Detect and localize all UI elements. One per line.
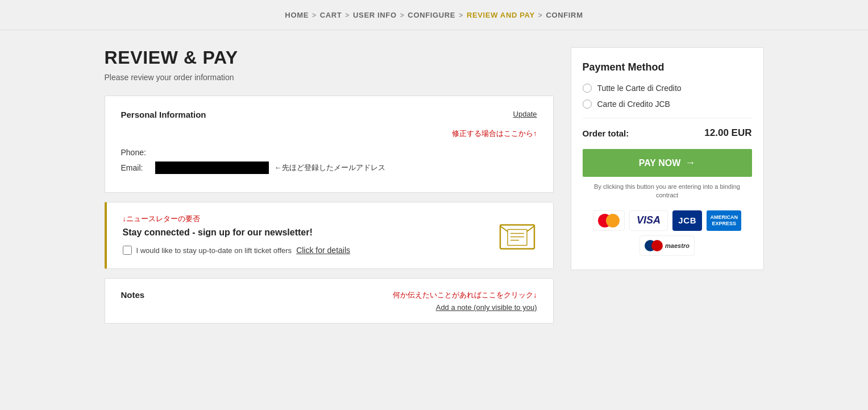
- pay-now-button[interactable]: Pay Now →: [583, 149, 752, 177]
- breadcrumb-confirm[interactable]: CONFIRM: [546, 11, 583, 19]
- breadcrumb-sep-1: >: [312, 11, 317, 19]
- breadcrumb-cart[interactable]: CART: [320, 11, 342, 19]
- payment-title: Payment Method: [583, 61, 752, 73]
- order-total-value: 12.00 EUR: [704, 127, 751, 139]
- newsletter-details-link[interactable]: Click for details: [296, 246, 350, 255]
- notes-top-note: 何か伝えたいことがあればここをクリック↓: [393, 290, 537, 300]
- newsletter-text: I would like to stay up-to-date on lift …: [136, 246, 292, 255]
- notes-card: Notes 何か伝えたいことがあればここをクリック↓ Add a note (o…: [105, 278, 554, 324]
- mc-orange-circle: [606, 214, 620, 227]
- maestro-text: maestro: [665, 242, 690, 249]
- breadcrumb-review-and-pay[interactable]: REVIEW AND PAY: [467, 11, 535, 19]
- notes-title: Notes: [121, 290, 145, 300]
- payment-logos: VISA JCB AMERICANEXPRESS maestro: [583, 210, 752, 256]
- sidebar: Payment Method Tutte le Carte di Credito…: [571, 47, 764, 270]
- visa-logo: VISA: [629, 210, 668, 231]
- email-note: ←先ほど登録したメールアドレス: [275, 163, 385, 173]
- notes-header: Notes 何か伝えたいことがあればここをクリック↓ Add a note (o…: [121, 290, 537, 312]
- breadcrumb-sep-2: >: [345, 11, 350, 19]
- order-total-label: Order total:: [583, 129, 629, 138]
- payment-divider: [583, 118, 752, 118]
- newsletter-row: I would like to stay up-to-date on lift …: [123, 246, 537, 255]
- notes-right: 何か伝えたいことがあればここをクリック↓ Add a note (only vi…: [393, 290, 537, 312]
- newsletter-card: ↓ニュースレターの要否 Stay connected - sign up for…: [105, 202, 554, 269]
- email-row: Email: ←先ほど登録したメールアドレス: [121, 161, 537, 174]
- personal-info-card: Personal Information Update 修正する場合はここから↑…: [105, 96, 554, 193]
- svg-rect-3: [508, 230, 527, 246]
- main-content: REVIEW & PAY Please review your order in…: [105, 47, 554, 324]
- envelope-icon: [497, 215, 537, 256]
- radio-option-1[interactable]: [583, 84, 592, 93]
- correction-note: 修正する場合はここから↑: [121, 129, 537, 139]
- newsletter-title: Stay connected - sign up for our newslet…: [123, 227, 537, 238]
- add-note-link[interactable]: Add a note (only visible to you): [436, 303, 537, 312]
- jcb-logo: JCB: [672, 210, 702, 231]
- breadcrumb-home[interactable]: HOME: [285, 11, 309, 19]
- page-subtitle: Please review your order information: [105, 73, 554, 82]
- pay-now-arrow-icon: →: [685, 157, 695, 169]
- maestro-logo: maestro: [639, 235, 695, 256]
- pay-now-label: Pay Now: [639, 158, 681, 168]
- phone-row: Phone:: [121, 148, 537, 157]
- payment-option-1-label: Tutte le Carte di Credito: [597, 84, 682, 93]
- payment-option-2[interactable]: Carte di Credito JCB: [583, 100, 752, 109]
- breadcrumb-sep-5: >: [538, 11, 543, 19]
- breadcrumb: HOME > CART > USER INFO > CONFIGURE > RE…: [0, 0, 868, 30]
- radio-option-2[interactable]: [583, 100, 592, 109]
- payment-option-1[interactable]: Tutte le Carte di Credito: [583, 84, 752, 93]
- binding-note: By clicking this button you are entering…: [583, 183, 752, 200]
- personal-info-title: Personal Information: [121, 110, 206, 119]
- email-label: Email:: [121, 163, 155, 172]
- breadcrumb-user-info[interactable]: USER INFO: [353, 11, 397, 19]
- newsletter-top-note: ↓ニュースレターの要否: [123, 214, 537, 224]
- breadcrumb-sep-4: >: [459, 11, 463, 19]
- update-link[interactable]: Update: [513, 110, 537, 118]
- mastercard-logo: [593, 210, 625, 231]
- amex-logo: AMERICANEXPRESS: [707, 210, 741, 231]
- personal-info-header: Personal Information Update: [121, 110, 537, 119]
- breadcrumb-configure[interactable]: CONFIGURE: [408, 11, 455, 19]
- breadcrumb-sep-3: >: [400, 11, 405, 19]
- email-value-block: [155, 161, 269, 174]
- maestro-red-circle: [651, 240, 663, 251]
- payment-box: Payment Method Tutte le Carte di Credito…: [571, 47, 764, 270]
- order-total-row: Order total: 12.00 EUR: [583, 127, 752, 139]
- payment-option-2-label: Carte di Credito JCB: [597, 100, 670, 109]
- newsletter-checkbox[interactable]: [123, 246, 132, 255]
- page-title: REVIEW & PAY: [105, 47, 554, 68]
- phone-label: Phone:: [121, 148, 155, 157]
